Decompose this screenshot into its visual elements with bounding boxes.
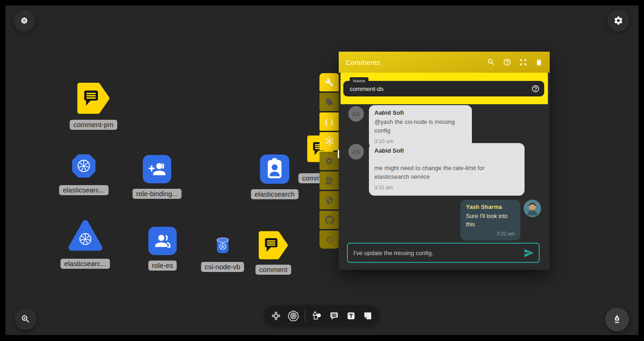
person-photo-icon (524, 200, 541, 217)
node-role-es[interactable] (148, 227, 177, 255)
draw-button[interactable] (605, 308, 629, 331)
settings-button[interactable] (319, 152, 339, 170)
message-time: 3:11 am (374, 185, 519, 190)
toolbar-divider (305, 310, 305, 322)
node-elasticsearch-serviceaccount[interactable] (260, 155, 289, 184)
zoom-button[interactable] (15, 308, 37, 330)
kubernetes-triangle-icon (68, 219, 103, 254)
avatar: AS (348, 144, 364, 160)
send-icon[interactable] (524, 248, 534, 258)
inspect-doc-button[interactable] (319, 171, 339, 190)
node-label: elasticsearc... (60, 259, 110, 269)
message-text: @yash the csi-node is missing config (374, 118, 466, 135)
help-icon[interactable] (531, 85, 540, 93)
name-field[interactable]: Name (343, 81, 544, 96)
node-label: elasticsearch (251, 189, 298, 199)
pen-nib-icon (611, 314, 623, 325)
storage-cylinder-icon (215, 236, 230, 254)
expand-icon[interactable] (519, 58, 527, 66)
configure-wrench-button[interactable] (319, 73, 339, 91)
history-button[interactable] (319, 230, 339, 249)
search-icon[interactable] (487, 58, 495, 66)
person-add-icon (148, 160, 166, 178)
json-braces-button[interactable]: { } (319, 112, 339, 131)
hub-icon (325, 136, 335, 146)
panel-actions (487, 58, 543, 66)
node-label: role-es (148, 261, 177, 271)
doc-search-icon (325, 176, 334, 185)
comments-panel: Comments Name AS Aabid Sofi @yash the cs… (339, 52, 550, 270)
node-label: role-binding... (133, 189, 182, 199)
chat-message: Aabid Sofi me might need to change the r… (369, 143, 525, 196)
comment-composer[interactable] (347, 243, 540, 263)
id-badge-icon (260, 155, 289, 184)
braces-icon: { } (325, 118, 334, 126)
app-window: comment-pm elasticsearc... role-binding.… (0, 0, 644, 341)
avatar: AS (348, 106, 364, 122)
wrench-icon (325, 78, 334, 87)
name-input[interactable] (343, 81, 544, 96)
comments-panel-header[interactable]: Comments (339, 52, 550, 73)
note-icon[interactable] (362, 310, 373, 321)
message-author: Aabid Sofi (374, 147, 519, 154)
people-icon (153, 232, 172, 250)
zoom-in-icon (21, 314, 31, 324)
message-text: Sure I'll look into this (466, 212, 515, 229)
graph-icon[interactable] (271, 310, 281, 321)
node-action-toolbar: { } (319, 73, 339, 250)
github-icon (325, 215, 334, 224)
node-label: elasticsearc... (59, 185, 108, 195)
settings-button[interactable] (607, 10, 629, 32)
security-shield-button[interactable] (319, 191, 339, 209)
mesh-hub-button[interactable] (319, 132, 339, 150)
delete-icon[interactable] (535, 59, 543, 66)
gear-icon (325, 157, 334, 165)
kubernetes-icon[interactable] (287, 310, 299, 322)
tag-button[interactable] (319, 93, 339, 111)
gear-icon (613, 16, 623, 26)
message-author: Yash Sharma (466, 204, 515, 210)
comment-icon[interactable] (329, 310, 340, 321)
node-comment-pm[interactable] (77, 81, 110, 117)
chat-message: Aabid Sofi @yash the csi-node is missing… (369, 105, 472, 148)
text-icon[interactable] (346, 310, 357, 321)
kubernetes-octagon-icon (71, 153, 97, 179)
node-comment[interactable] (258, 230, 288, 262)
node-elasticsearch-octagon[interactable] (71, 153, 97, 181)
message-time: 3:22 am (466, 231, 515, 236)
tag-icon (325, 98, 334, 107)
github-button[interactable] (319, 211, 339, 229)
node-label: csi-node-vb (201, 262, 244, 272)
node-elasticsearch-triangle[interactable] (68, 219, 103, 256)
panel-title: Comments (346, 59, 380, 66)
history-icon (325, 235, 334, 244)
canvas-tools-toolbar (265, 305, 379, 326)
app-menu-button[interactable] (13, 10, 35, 32)
message-text: me might need to change the rate-limit f… (374, 164, 519, 181)
comment-input[interactable] (348, 244, 519, 262)
message-gap (374, 154, 519, 162)
shapes-icon[interactable] (311, 310, 323, 321)
help-icon[interactable] (503, 58, 511, 66)
message-author: Aabid Sofi (374, 109, 466, 116)
node-label: comment-pm (70, 120, 117, 130)
node-label: comment (255, 265, 291, 275)
comment-shape-icon (77, 81, 110, 115)
comment-shape-icon (258, 230, 288, 261)
name-field-section: Name (341, 73, 548, 104)
shield-icon (325, 196, 334, 205)
chat-message: Yash Sharma Sure I'll look into this 3:2… (460, 200, 520, 240)
comments-scrollbar-thumb[interactable] (338, 150, 339, 158)
node-role-binding[interactable] (143, 155, 171, 183)
avatar-photo (524, 200, 541, 217)
flower-logo-icon (20, 16, 29, 25)
node-csi-node-vb[interactable] (215, 236, 230, 256)
